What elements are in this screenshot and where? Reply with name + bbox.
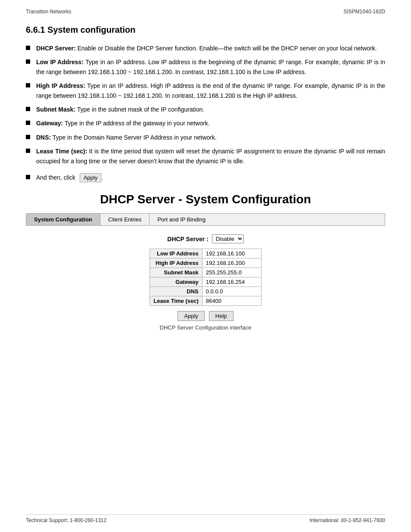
field-value[interactable] bbox=[202, 287, 261, 296]
bullet-icon bbox=[26, 83, 30, 87]
bullet-item: DNS: Type in the Domain Name Server IP A… bbox=[26, 133, 385, 142]
field-input[interactable] bbox=[206, 260, 258, 266]
bullet-icon bbox=[26, 135, 30, 139]
tab-system-configuration[interactable]: System Configuration bbox=[26, 214, 100, 225]
bullet-item: Subnet Mask: Type in the subnet mask of … bbox=[26, 105, 385, 114]
field-label: High IP Address bbox=[150, 258, 202, 268]
field-input[interactable] bbox=[206, 279, 258, 285]
footer-left: Technical Support: 1-800-260-1312 bbox=[26, 517, 106, 523]
header-left: Transition Networks bbox=[26, 9, 72, 15]
section-title: 6.6.1 System configuration bbox=[26, 25, 385, 35]
tab-client-entries[interactable]: Client Entries bbox=[100, 214, 149, 225]
bullet-item: High IP Address: Type in an IP address. … bbox=[26, 81, 385, 100]
field-value[interactable] bbox=[202, 249, 261, 258]
dhcp-server-row: DHCP Server : DisableEnable bbox=[26, 234, 385, 243]
bullet-text: High IP Address: Type in an IP address. … bbox=[36, 81, 385, 100]
period: . bbox=[101, 173, 103, 182]
apply-inline-button[interactable]: Apply bbox=[80, 173, 102, 182]
header-right: SISPM1040-182D bbox=[343, 9, 385, 15]
tab-port-and-ip-binding[interactable]: Port and IP Binding bbox=[149, 214, 213, 225]
page-header: Transition Networks SISPM1040-182D bbox=[26, 9, 385, 16]
table-row: High IP Address bbox=[150, 258, 262, 268]
bullet-icon bbox=[26, 175, 30, 179]
field-value[interactable] bbox=[202, 296, 261, 306]
bullet-text: DNS: Type in the Domain Name Server IP A… bbox=[36, 133, 385, 142]
apply-instruction-list: And then, click Apply . bbox=[26, 173, 385, 182]
dhcp-server-select[interactable]: DisableEnable bbox=[212, 234, 244, 243]
field-input[interactable] bbox=[206, 288, 258, 295]
bullet-text: Gateway: Type in the IP address of the g… bbox=[36, 118, 385, 128]
apply-instruction-item: And then, click Apply . bbox=[26, 173, 385, 182]
field-value[interactable] bbox=[202, 277, 261, 287]
field-label: Low IP Address bbox=[150, 249, 202, 258]
and-then-click-label: And then, click bbox=[36, 173, 75, 182]
table-row: Low IP Address bbox=[150, 249, 262, 258]
bullet-item: Gateway: Type in the IP address of the g… bbox=[26, 118, 385, 128]
field-input[interactable] bbox=[206, 250, 258, 257]
form-buttons: Apply Help bbox=[26, 311, 385, 321]
tab-bar: System ConfigurationClient EntriesPort a… bbox=[26, 213, 385, 226]
field-value[interactable] bbox=[202, 258, 261, 268]
bullet-icon bbox=[26, 46, 30, 50]
field-label: Lease Time (sec) bbox=[150, 296, 202, 306]
page-footer: Technical Support: 1-800-260-1312 Intern… bbox=[26, 514, 385, 523]
dhcp-server-label: DHCP Server : bbox=[167, 236, 208, 243]
footer-right: International: 00-1-952-941-7600 bbox=[310, 517, 385, 523]
config-table: Low IP Address High IP Address Subnet Ma… bbox=[149, 249, 262, 306]
field-input[interactable] bbox=[206, 269, 258, 276]
table-row: Subnet Mask bbox=[150, 268, 262, 277]
bullet-text: Subnet Mask: Type in the subnet mask of … bbox=[36, 105, 385, 114]
bullet-text: Lease Time (sec): It is the time period … bbox=[36, 146, 385, 166]
field-input[interactable] bbox=[206, 298, 258, 304]
field-value[interactable] bbox=[202, 268, 261, 277]
apply-button[interactable]: Apply bbox=[177, 311, 205, 321]
table-row: DNS bbox=[150, 287, 262, 296]
bullet-icon bbox=[26, 59, 30, 64]
form-section: DHCP Server : DisableEnable Low IP Addre… bbox=[26, 234, 385, 331]
form-caption: DHCP Server Configuration interface bbox=[26, 324, 385, 331]
apply-instruction-text: And then, click Apply . bbox=[36, 173, 385, 182]
dhcp-section-title: DHCP Server - System Configuration bbox=[26, 193, 385, 206]
bullet-text: DHCP Server: Enable or Disable the DHCP … bbox=[36, 44, 385, 53]
field-label: Subnet Mask bbox=[150, 268, 202, 277]
table-row: Gateway bbox=[150, 277, 262, 287]
table-row: Lease Time (sec) bbox=[150, 296, 262, 306]
bullet-text: Low IP Address: Type in an IP address. L… bbox=[36, 57, 385, 77]
bullet-icon bbox=[26, 149, 30, 153]
bullet-item: DHCP Server: Enable or Disable the DHCP … bbox=[26, 44, 385, 53]
bullet-item: Lease Time (sec): It is the time period … bbox=[26, 146, 385, 166]
bullet-icon bbox=[26, 121, 30, 125]
bullet-list: DHCP Server: Enable or Disable the DHCP … bbox=[26, 44, 385, 166]
help-button[interactable]: Help bbox=[209, 311, 234, 321]
bullet-item: Low IP Address: Type in an IP address. L… bbox=[26, 57, 385, 77]
field-label: DNS bbox=[150, 287, 202, 296]
bullet-icon bbox=[26, 107, 30, 111]
field-label: Gateway bbox=[150, 277, 202, 287]
